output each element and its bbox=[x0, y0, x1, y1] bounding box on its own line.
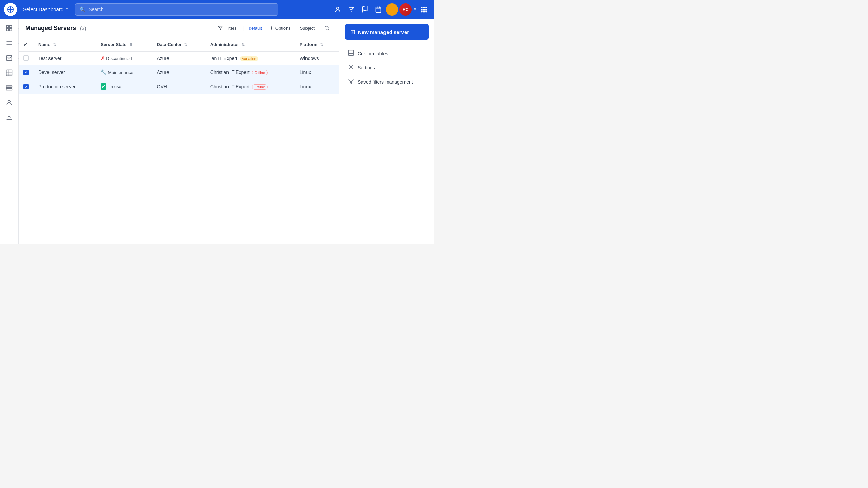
flag-icon-btn[interactable] bbox=[359, 3, 371, 16]
svg-rect-9 bbox=[376, 7, 381, 12]
col-dc-label: Data Center bbox=[157, 42, 182, 47]
avatar-chevron-icon[interactable]: ∨ bbox=[414, 7, 416, 12]
sidebar-item-tasks[interactable]: › bbox=[2, 51, 16, 65]
logo[interactable] bbox=[4, 3, 17, 16]
expand-arrow-icon: › bbox=[18, 41, 19, 45]
data-center: OVH bbox=[152, 79, 205, 94]
svg-rect-14 bbox=[423, 7, 425, 8]
filter-list-icon-btn[interactable] bbox=[345, 3, 357, 16]
data-center: Azure bbox=[152, 52, 205, 65]
svg-rect-19 bbox=[421, 11, 423, 12]
sort-icon[interactable]: ⇅ bbox=[320, 43, 323, 47]
select-all-header[interactable]: ✓ bbox=[19, 38, 34, 52]
col-state-label: Server State bbox=[101, 42, 126, 47]
state-label: In use bbox=[109, 84, 121, 89]
dashboard-select[interactable]: Select Dashboard ⌃ bbox=[20, 5, 72, 14]
column-name: Name ⇅ bbox=[34, 38, 96, 52]
server-name: Test server bbox=[34, 52, 96, 65]
row-checkbox[interactable] bbox=[23, 55, 29, 61]
main-content: Managed Servers (3) Filters | default Op… bbox=[19, 19, 339, 244]
svg-point-2 bbox=[9, 8, 12, 11]
filters-label: Filters bbox=[224, 26, 236, 31]
sidebar-item-stack[interactable] bbox=[2, 81, 16, 95]
header: Select Dashboard ⌃ 🔍 Search + RC ∨ bbox=[0, 0, 434, 19]
page-header: Managed Servers (3) Filters | default Op… bbox=[19, 19, 339, 38]
svg-rect-13 bbox=[421, 7, 423, 8]
column-data-center: Data Center ⇅ bbox=[152, 38, 205, 52]
server-state: ✗ Discontinued bbox=[96, 52, 152, 65]
sort-icon[interactable]: ⇅ bbox=[184, 43, 187, 47]
page-count: (3) bbox=[80, 25, 86, 31]
new-server-label: New managed server bbox=[358, 29, 409, 35]
col-admin-label: Administrator bbox=[210, 42, 239, 47]
custom-tables-item[interactable]: Custom tables bbox=[345, 46, 429, 61]
svg-point-3 bbox=[337, 7, 339, 9]
sidebar-item-upload[interactable] bbox=[2, 111, 16, 124]
search-bar[interactable]: 🔍 Search bbox=[75, 3, 278, 16]
new-managed-server-button[interactable]: ⊞ New managed server bbox=[345, 24, 429, 40]
administrator: Ian IT Expert Vacation bbox=[205, 52, 295, 65]
add-button[interactable]: + bbox=[386, 3, 398, 16]
table-row[interactable]: Test server ✗ Discontinued Azure Ian IT … bbox=[19, 52, 339, 65]
expand-arrow-icon: › bbox=[18, 56, 19, 60]
settings-label: Settings bbox=[358, 65, 375, 70]
table-container: ✓ Name ⇅ Server State ⇅ Data Center ⇅ bbox=[19, 38, 339, 244]
row-checkbox[interactable] bbox=[23, 70, 29, 75]
svg-rect-22 bbox=[7, 26, 9, 28]
sort-icon[interactable]: ⇅ bbox=[53, 43, 56, 47]
filter-icon bbox=[348, 78, 354, 86]
subject-label: Subject bbox=[297, 24, 317, 32]
plus-icon: ⊞ bbox=[350, 28, 355, 36]
sort-icon[interactable]: ⇅ bbox=[129, 43, 132, 47]
left-sidebar: › › › bbox=[0, 19, 19, 244]
sidebar-item-list[interactable]: › bbox=[2, 36, 16, 50]
table-search-button[interactable] bbox=[321, 23, 332, 34]
svg-point-38 bbox=[8, 100, 11, 103]
col-name-label: Name bbox=[38, 42, 50, 47]
svg-rect-25 bbox=[10, 29, 12, 31]
status-badge: Offline bbox=[252, 70, 268, 75]
status-badge: Offline bbox=[252, 84, 268, 90]
sort-icon[interactable]: ⇅ bbox=[242, 43, 245, 47]
sidebar-item-person[interactable] bbox=[2, 96, 16, 109]
state-icon: ✗ bbox=[101, 56, 105, 61]
main-layout: › › › Managed Ser bbox=[0, 19, 434, 244]
column-server-state: Server State ⇅ bbox=[96, 38, 152, 52]
saved-filters-label: Saved filters management bbox=[358, 79, 413, 85]
filters-button[interactable]: Filters bbox=[215, 24, 239, 32]
data-center: Azure bbox=[152, 65, 205, 79]
avatar[interactable]: RC bbox=[399, 3, 412, 16]
administrator: Christian IT Expert Offline bbox=[205, 79, 295, 94]
chevron-down-icon: ⌃ bbox=[65, 7, 69, 12]
apps-grid-icon-btn[interactable] bbox=[418, 3, 430, 16]
table-row[interactable]: Production server ✓ In use OVH Christian… bbox=[19, 79, 339, 94]
table-row[interactable]: Devel server 🔧 Maintenance Azure Christi… bbox=[19, 65, 339, 79]
svg-rect-21 bbox=[425, 11, 427, 12]
options-button[interactable]: Options bbox=[266, 24, 293, 32]
expand-arrow-icon: › bbox=[18, 26, 19, 30]
svg-rect-40 bbox=[7, 119, 12, 120]
col-platform-label: Platform bbox=[300, 42, 318, 47]
person-icon-btn[interactable] bbox=[332, 3, 344, 16]
right-panel: ⊞ New managed server Custom tables Setti… bbox=[339, 19, 434, 244]
filter-divider: | bbox=[243, 25, 245, 31]
server-name: Production server bbox=[34, 79, 96, 94]
row-checkbox[interactable] bbox=[23, 84, 29, 89]
server-state: 🔧 Maintenance bbox=[96, 65, 152, 79]
svg-rect-20 bbox=[423, 11, 425, 12]
state-icon: ✓ bbox=[101, 83, 106, 90]
page-title: Managed Servers bbox=[25, 25, 76, 32]
settings-item[interactable]: Settings bbox=[345, 61, 429, 75]
svg-line-50 bbox=[328, 29, 329, 30]
svg-rect-15 bbox=[425, 7, 427, 8]
sidebar-item-dashboard[interactable]: › bbox=[2, 21, 16, 35]
filter-default[interactable]: default bbox=[249, 26, 262, 31]
saved-filters-item[interactable]: Saved filters management bbox=[345, 75, 429, 89]
options-label: Options bbox=[275, 26, 291, 31]
sidebar-item-grid[interactable] bbox=[2, 66, 16, 80]
svg-rect-23 bbox=[10, 26, 12, 28]
dashboard-label: Select Dashboard bbox=[23, 6, 63, 12]
platform: Windows bbox=[295, 52, 339, 65]
svg-rect-36 bbox=[6, 87, 12, 88]
calendar-icon-btn[interactable] bbox=[372, 3, 384, 16]
